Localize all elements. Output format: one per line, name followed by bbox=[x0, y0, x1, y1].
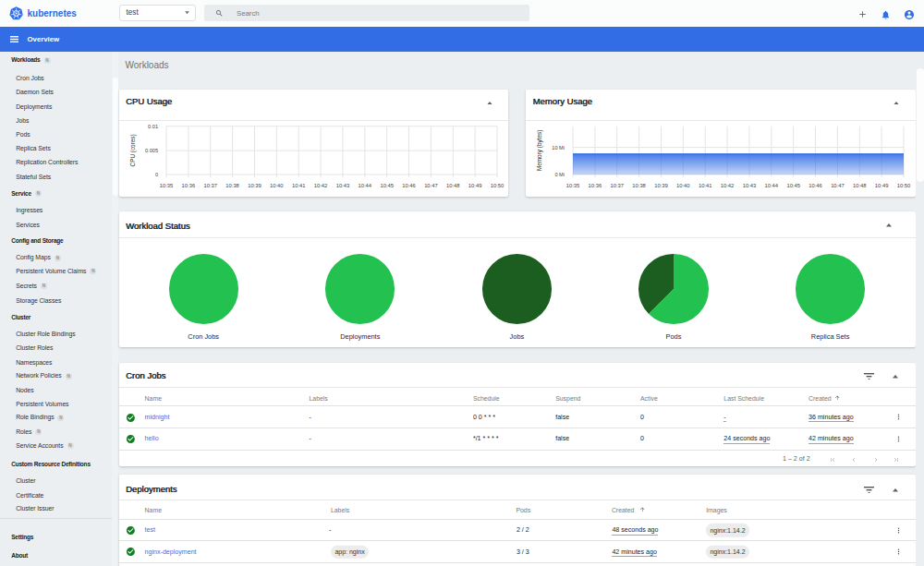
svg-text:10:42: 10:42 bbox=[721, 183, 735, 188]
svg-text:10:35: 10:35 bbox=[566, 183, 580, 188]
svg-text:10:42: 10:42 bbox=[313, 183, 327, 188]
svg-text:10:35: 10:35 bbox=[159, 183, 173, 188]
svg-text:10:38: 10:38 bbox=[632, 183, 646, 188]
svg-text:10:39: 10:39 bbox=[654, 183, 668, 188]
svg-text:10:46: 10:46 bbox=[402, 183, 416, 188]
svg-text:10:45: 10:45 bbox=[380, 183, 394, 188]
svg-text:10:41: 10:41 bbox=[699, 183, 712, 188]
svg-text:10:40: 10:40 bbox=[676, 183, 690, 188]
svg-text:10:50: 10:50 bbox=[897, 183, 911, 188]
svg-text:10:40: 10:40 bbox=[270, 183, 284, 188]
svg-text:10:38: 10:38 bbox=[225, 183, 239, 188]
svg-text:10:49: 10:49 bbox=[468, 183, 481, 188]
svg-text:10:50: 10:50 bbox=[490, 183, 504, 188]
svg-text:10:41: 10:41 bbox=[291, 183, 305, 188]
svg-text:0.005: 0.005 bbox=[145, 148, 158, 153]
svg-text:10:36: 10:36 bbox=[181, 183, 195, 188]
svg-text:10:36: 10:36 bbox=[589, 183, 602, 188]
svg-text:10:45: 10:45 bbox=[786, 183, 800, 188]
svg-text:10:46: 10:46 bbox=[808, 183, 822, 188]
svg-text:Memory (bytes): Memory (bytes) bbox=[536, 130, 543, 171]
svg-text:10:43: 10:43 bbox=[743, 183, 757, 188]
svg-text:10:43: 10:43 bbox=[335, 183, 349, 188]
svg-text:10:44: 10:44 bbox=[358, 183, 371, 188]
svg-text:10:47: 10:47 bbox=[424, 183, 438, 188]
svg-text:0 Mi: 0 Mi bbox=[554, 172, 565, 177]
svg-text:CPU (cores): CPU (cores) bbox=[129, 134, 137, 166]
svg-text:10:37: 10:37 bbox=[610, 183, 624, 188]
svg-text:10:48: 10:48 bbox=[853, 183, 867, 188]
svg-text:10:37: 10:37 bbox=[203, 183, 217, 188]
svg-text:10:47: 10:47 bbox=[831, 183, 845, 188]
svg-text:10:48: 10:48 bbox=[446, 183, 460, 188]
svg-text:10:44: 10:44 bbox=[765, 183, 779, 188]
svg-text:10:39: 10:39 bbox=[248, 183, 261, 188]
svg-text:10:49: 10:49 bbox=[875, 183, 889, 188]
svg-text:10 Mi: 10 Mi bbox=[552, 145, 565, 151]
svg-text:0.01: 0.01 bbox=[148, 124, 158, 129]
svg-text:0: 0 bbox=[154, 172, 157, 177]
